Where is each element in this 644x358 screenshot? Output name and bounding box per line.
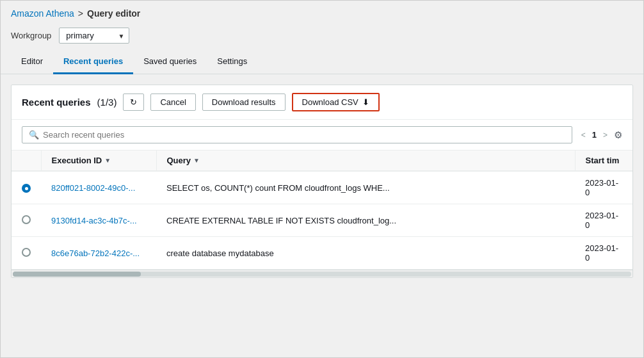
- workgroup-label: Workgroup: [11, 31, 51, 40]
- panel-header: Recent queries (1/3) ↻ Cancel Download r…: [12, 85, 632, 120]
- tab-settings[interactable]: Settings: [207, 50, 257, 74]
- execution-id-3[interactable]: 8c6e76ab-72b2-422c-...: [41, 237, 156, 270]
- main-panel: Recent queries (1/3) ↻ Cancel Download r…: [11, 85, 633, 278]
- workgroup-select-wrapper: primary secondary ▼: [59, 28, 129, 44]
- download-csv-icon: ⬇: [362, 97, 369, 107]
- search-icon: 🔍: [29, 130, 39, 140]
- start-time-3: 2023-01-0: [575, 237, 632, 270]
- row-select-2[interactable]: [12, 204, 41, 237]
- next-page-button[interactable]: >: [600, 129, 610, 141]
- workgroup-select[interactable]: primary secondary: [59, 28, 129, 44]
- download-csv-label: Download CSV: [302, 97, 358, 107]
- row-select-1[interactable]: [12, 171, 41, 204]
- tabs-bar: Editor Recent queries Saved queries Sett…: [1, 50, 643, 74]
- scrollbar-thumb[interactable]: [13, 272, 141, 277]
- panel-title: Recent queries: [22, 97, 91, 108]
- tab-recent-queries[interactable]: Recent queries: [53, 50, 133, 74]
- table-settings-button[interactable]: ⚙: [614, 129, 622, 141]
- table-header-row: Execution ID ▼ Query ▼ S: [12, 151, 632, 171]
- refresh-button[interactable]: ↻: [123, 94, 144, 111]
- breadcrumb-current-page: Query editor: [87, 8, 140, 19]
- col-header-select: [12, 151, 41, 171]
- table-row: 9130fd14-ac3c-4b7c-... CREATE EXTERNAL T…: [12, 204, 632, 237]
- table-row: 820ff021-8002-49c0-... SELECT os, COUNT(…: [12, 171, 632, 204]
- prev-page-button[interactable]: <: [579, 129, 588, 141]
- table-row: 8c6e76ab-72b2-422c-... create database m…: [12, 237, 632, 270]
- panel-count: (1/3): [97, 97, 117, 108]
- breadcrumb-app-link[interactable]: Amazon Athena: [11, 8, 74, 19]
- start-time-2: 2023-01-0: [575, 204, 632, 237]
- results-table: Execution ID ▼ Query ▼ S: [12, 151, 632, 270]
- search-box: 🔍: [22, 126, 572, 143]
- breadcrumb: Amazon Athena > Query editor: [1, 1, 643, 24]
- download-results-button[interactable]: Download results: [202, 94, 286, 111]
- scrollbar-track: [13, 272, 631, 277]
- sort-arrow-execution-id[interactable]: ▼: [104, 157, 111, 164]
- radio-selected-icon: [22, 184, 31, 193]
- tab-saved-queries[interactable]: Saved queries: [133, 50, 207, 74]
- radio-unselected-icon: [22, 248, 31, 257]
- sort-arrow-query[interactable]: ▼: [193, 157, 200, 164]
- pagination: < 1 > ⚙: [579, 129, 622, 141]
- query-text-1: SELECT os, COUNT(*) count FROM cloudfron…: [156, 171, 575, 204]
- radio-unselected-icon: [22, 215, 31, 224]
- cancel-button[interactable]: Cancel: [150, 94, 195, 111]
- col-header-start-time: Start tim: [575, 151, 632, 171]
- row-select-3[interactable]: [12, 237, 41, 270]
- query-text-2: CREATE EXTERNAL TABLE IF NOT EXISTS clou…: [156, 204, 575, 237]
- app-window: Amazon Athena > Query editor Workgroup p…: [0, 0, 644, 358]
- horizontal-scrollbar[interactable]: [12, 270, 632, 277]
- search-input[interactable]: [43, 130, 565, 140]
- col-header-execution-id: Execution ID ▼: [41, 151, 156, 171]
- workgroup-row: Workgroup primary secondary ▼: [1, 24, 643, 50]
- search-row: 🔍 < 1 > ⚙: [12, 120, 632, 151]
- download-csv-button[interactable]: Download CSV ⬇: [292, 93, 380, 111]
- start-time-1: 2023-01-0: [575, 171, 632, 204]
- execution-id-2[interactable]: 9130fd14-ac3c-4b7c-...: [41, 204, 156, 237]
- execution-id-1[interactable]: 820ff021-8002-49c0-...: [41, 171, 156, 204]
- tab-editor[interactable]: Editor: [11, 50, 53, 74]
- breadcrumb-separator: >: [78, 8, 83, 19]
- col-header-query: Query ▼: [156, 151, 575, 171]
- current-page: 1: [592, 130, 597, 140]
- table-container: Execution ID ▼ Query ▼ S: [12, 151, 632, 270]
- query-text-3: create database mydatabase: [156, 237, 575, 270]
